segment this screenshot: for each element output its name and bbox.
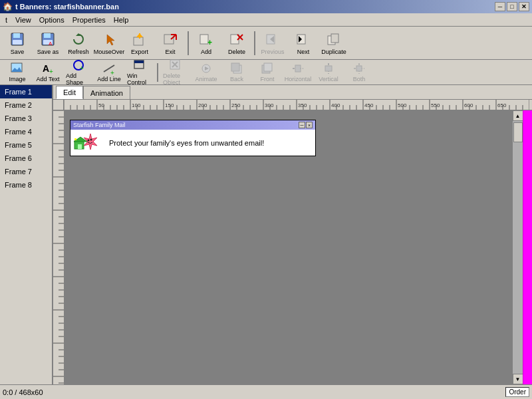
save-as-label: Save as [37, 49, 59, 55]
scroll-thumb[interactable] [513, 122, 523, 142]
svg-rect-8 [134, 37, 143, 45]
svg-text:400: 400 [331, 102, 340, 108]
toolbar2-separator [157, 63, 158, 82]
save-as-icon: A [40, 31, 56, 47]
svg-text:150: 150 [165, 102, 174, 108]
animate-button[interactable]: Animate [192, 61, 221, 84]
duplicate-button[interactable]: Duplicate [319, 29, 348, 58]
save-label: Save [11, 49, 25, 55]
toolbar-separator-1 [188, 31, 189, 55]
menu-view[interactable]: View [11, 15, 35, 25]
add-line-button[interactable]: + Add Line [94, 61, 124, 84]
add-text-button[interactable]: A+ Add Text [33, 61, 63, 84]
ruler-top: /* generated below */ 501001502002503003… [53, 100, 532, 110]
main-area: Frame 1 Frame 2 Frame 3 Frame 4 Frame 5 … [0, 85, 532, 384]
vertical-button[interactable]: Vertical [314, 61, 343, 84]
image-button[interactable]: Image [3, 61, 32, 84]
both-button[interactable]: Both [344, 61, 374, 84]
ruler-v-svg [53, 110, 64, 384]
image-label: Image [9, 76, 25, 82]
svg-text:350: 350 [298, 102, 307, 108]
delete-object-button[interactable]: Delete Object [161, 61, 190, 84]
save-as-button[interactable]: A Save as [33, 29, 63, 58]
next-icon [295, 31, 311, 47]
svg-rect-48 [325, 66, 332, 71]
svg-text:+: + [110, 69, 114, 75]
scrollbar-right: ▲ ▼ [512, 110, 523, 384]
frame-item-1[interactable]: Frame 1 [0, 85, 52, 98]
win-control-label: Win Control [127, 72, 152, 86]
frame-item-2[interactable]: Frame 2 [0, 98, 52, 112]
front-label: Front [260, 76, 274, 82]
previous-button[interactable]: Previous [258, 29, 287, 58]
svg-point-194 [88, 139, 90, 141]
order-label: Order [509, 388, 526, 396]
add-label: Add [201, 49, 211, 55]
canvas-background[interactable]: Starfish Family Mail ─ × [64, 110, 512, 384]
save-icon [9, 31, 25, 47]
export-button[interactable]: Export [125, 29, 154, 58]
add-shape-button[interactable]: + Add Shape [64, 61, 93, 84]
menu-help[interactable]: Help [110, 15, 133, 25]
add-text-icon: A+ [41, 62, 55, 75]
tab-animation[interactable]: Animation [83, 86, 130, 99]
menu-options[interactable]: Options [35, 15, 68, 25]
frame-item-8[interactable]: Frame 8 [0, 178, 52, 192]
svg-text:450: 450 [364, 102, 374, 108]
refresh-button[interactable]: Refresh [64, 29, 93, 58]
banner-mascot [73, 132, 94, 154]
tabs-and-canvas: Edit Animation /* generated below */ 501… [53, 85, 532, 384]
scroll-up-button[interactable]: ▲ [513, 110, 523, 121]
scroll-down-button[interactable]: ▼ [513, 374, 523, 384]
back-button[interactable]: Back [222, 61, 251, 84]
next-button[interactable]: Next [289, 29, 318, 58]
toolbar-separator-2 [254, 31, 255, 55]
frame-item-5[interactable]: Frame 5 [0, 138, 52, 152]
win-control-button[interactable]: Win Control [125, 61, 154, 84]
title-bar: 🏠 t Banners: starfishbanner.ban ─ □ ✕ [0, 0, 532, 13]
svg-rect-25 [331, 34, 338, 43]
frame-item-6[interactable]: Frame 6 [0, 152, 52, 165]
banner-canvas: Starfish Family Mail ─ × [70, 120, 316, 156]
svg-rect-35 [134, 61, 144, 63]
both-label: Both [353, 76, 366, 82]
exit-button[interactable]: Exit [156, 29, 185, 58]
banner-close-button[interactable]: × [306, 122, 313, 128]
menu-properties[interactable]: Properties [68, 15, 110, 25]
frame-item-7[interactable]: Frame 7 [0, 165, 52, 178]
add-button[interactable]: + Add [192, 29, 221, 58]
refresh-label: Refresh [68, 49, 89, 55]
svg-text:250: 250 [231, 102, 241, 108]
horizontal-icon [291, 62, 305, 75]
title-text: t Banners: starfishbanner.ban [15, 3, 119, 11]
svg-rect-42 [231, 63, 239, 71]
title-controls: ─ □ ✕ [495, 2, 529, 11]
tab-edit[interactable]: Edit [56, 86, 83, 99]
exit-icon [162, 31, 178, 47]
svg-rect-4 [44, 33, 51, 38]
title-bar-left: 🏠 t Banners: starfishbanner.ban [3, 2, 119, 11]
svg-rect-11 [164, 35, 174, 44]
maximize-button[interactable]: □ [507, 2, 517, 11]
coordinates-text: 0:0 / 468x60 [3, 388, 43, 396]
minimize-button[interactable]: ─ [495, 2, 505, 11]
starfish-svg [81, 132, 100, 151]
svg-rect-1 [13, 33, 20, 38]
win-control-icon [133, 59, 146, 72]
add-text-label: Add Text [37, 76, 60, 82]
mouseover-button[interactable]: MouseOver [94, 29, 124, 58]
vertical-label: Vertical [319, 76, 338, 82]
menu-file[interactable]: t [1, 15, 11, 25]
svg-text:+: + [207, 38, 212, 47]
frame-item-4[interactable]: Frame 4 [0, 125, 52, 138]
save-button[interactable]: Save [3, 29, 32, 58]
horizontal-button[interactable]: Horizontal [283, 61, 313, 84]
front-button[interactable]: Front [253, 61, 282, 84]
close-button[interactable]: ✕ [519, 2, 529, 11]
banner-min-button[interactable]: ─ [299, 122, 305, 128]
tabs-bar: Edit Animation [53, 85, 532, 100]
delete-button[interactable]: Delete [222, 29, 251, 58]
color-swatch-magenta [523, 110, 532, 384]
frame-item-3[interactable]: Frame 3 [0, 112, 52, 125]
svg-text:500: 500 [398, 102, 407, 108]
